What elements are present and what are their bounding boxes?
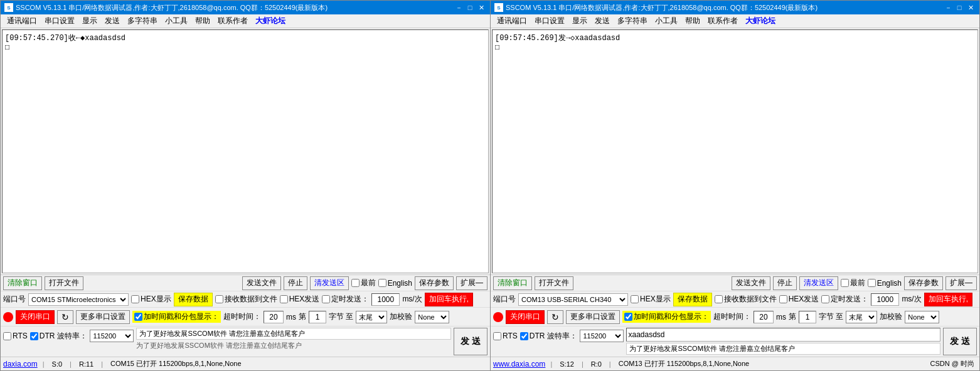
minimize-button-2[interactable]: － [943,3,953,12]
menu-comm-port-2[interactable]: 通讯端口 [493,14,531,28]
save-params-button-2[interactable]: 保存参数 [904,276,943,290]
send-button-1[interactable]: 发 送 [454,328,487,355]
menu-comm-port-1[interactable]: 通讯端口 [3,14,41,28]
rts-checkbox-2[interactable] [493,332,501,340]
add-crlf-button-1[interactable]: 加回车执行, [425,293,473,306]
timestamp-checkbox-1[interactable] [134,313,142,321]
expand-button-2[interactable]: 扩展— [945,276,977,290]
recv-to-file-checkbox-2[interactable] [715,295,723,303]
stop-button-2[interactable]: 停止 [773,276,797,290]
menu-forum-1[interactable]: 大虾论坛 [252,14,289,28]
hex-display-check-1[interactable]: HEX显示 [131,294,171,305]
open-file-button-1[interactable]: 打开文件 [45,276,83,290]
receive-area-1[interactable]: [09:57:45.270]收←◆xaadasdsd □ [2,29,489,273]
menu-send-2[interactable]: 发送 [591,14,614,28]
most-front-check-1[interactable]: 最前 [351,278,376,288]
english-checkbox-1[interactable] [378,279,386,287]
most-front-checkbox-1[interactable] [351,279,360,287]
clear-window-button-2[interactable]: 清除窗口 [493,276,532,290]
send-input-2[interactable] [626,328,940,342]
refresh-button-1[interactable]: ↻ [57,310,73,324]
hex-send-check-1[interactable]: HEX发送 [280,294,320,305]
clear-send-area-button-1[interactable]: 清发送区 [310,276,349,290]
hex-display-check-2[interactable]: HEX显示 [631,294,671,305]
most-front-checkbox-2[interactable] [841,279,849,287]
baud-select-2[interactable]: 115200 [580,330,624,342]
dtr-checkbox-1[interactable] [30,332,38,340]
close-port-button-1[interactable]: 关闭串口 [16,310,55,324]
close-button-2[interactable]: ✕ [966,3,976,12]
english-checkbox-2[interactable] [868,279,876,287]
refresh-button-2[interactable]: ↻ [547,310,563,324]
save-data-button-2[interactable]: 保存数据 [673,293,712,306]
close-port-button-2[interactable]: 关闭串口 [506,310,545,324]
clear-window-button-1[interactable]: 清除窗口 [3,276,42,290]
timed-send-check-2[interactable]: 定时发送： [821,294,868,305]
english-check-1[interactable]: English [378,279,412,288]
dtr-check-1[interactable]: DTR [30,332,55,340]
interval-input-2[interactable] [871,293,899,306]
port-select-2[interactable]: COM13 USB-SERIAL CH340 [518,293,628,306]
byte-num-input-2[interactable] [799,311,816,323]
send-button-2[interactable]: 发 送 [943,328,977,355]
stop-button-1[interactable]: 停止 [284,276,307,290]
timestamp-check-1[interactable]: 加时间戳和分包显示： [132,311,221,323]
send-file-button-1[interactable]: 发送文件 [242,276,281,290]
close-button-1[interactable]: ✕ [476,3,486,12]
minimize-button-1[interactable]: － [454,3,464,12]
recv-to-file-check-2[interactable]: 接收数据到文件 [715,294,777,305]
timed-send-check-1[interactable]: 定时发送： [322,294,369,305]
more-ports-button-2[interactable]: 更多串口设置 [566,310,620,324]
menu-port-settings-2[interactable]: 串口设置 [531,14,568,28]
menu-display-1[interactable]: 显示 [78,14,101,28]
timeout-input-2[interactable] [754,311,774,323]
menu-multistr-2[interactable]: 多字符串 [614,14,651,28]
menu-help-2[interactable]: 帮助 [681,14,704,28]
website-link-1[interactable]: daxia.com [3,360,38,368]
menu-multistr-1[interactable]: 多字符串 [124,14,161,28]
send-file-button-2[interactable]: 发送文件 [732,276,770,290]
menu-forum-2[interactable]: 大虾论坛 [742,14,779,28]
end-select-2[interactable]: 末尾 [846,311,877,323]
byte-num-input-1[interactable] [309,311,326,323]
rts-check-1[interactable]: RTS [3,332,28,340]
menu-help-1[interactable]: 帮助 [191,14,214,28]
menu-contact-1[interactable]: 联系作者 [214,14,252,28]
clear-send-area-button-2[interactable]: 清发送区 [799,276,838,290]
hex-send-check-2[interactable]: HEX发送 [779,294,819,305]
timed-send-checkbox-2[interactable] [821,295,829,303]
menu-send-1[interactable]: 发送 [101,14,124,28]
rts-check-2[interactable]: RTS [493,332,518,340]
save-data-button-1[interactable]: 保存数据 [174,293,213,306]
dtr-check-2[interactable]: DTR [520,332,545,340]
menu-display-2[interactable]: 显示 [568,14,591,28]
hex-display-checkbox-2[interactable] [631,295,639,303]
baud-select-1[interactable]: 115200 [90,330,134,342]
hex-display-checkbox-1[interactable] [131,295,139,303]
port-select-1[interactable]: COM15 STMicroelectronics S [28,293,129,306]
expand-button-1[interactable]: 扩展— [456,276,487,290]
receive-area-2[interactable]: [09:57:45.269]发→◇xaadasdasd □ [492,29,978,273]
hex-send-checkbox-1[interactable] [280,295,288,303]
interval-input-1[interactable] [371,293,400,306]
menu-tools-1[interactable]: 小工具 [161,14,191,28]
hex-send-checkbox-2[interactable] [779,295,787,303]
menu-port-settings-1[interactable]: 串口设置 [41,14,78,28]
website-link-2[interactable]: www.daxia.com [493,360,545,368]
more-ports-button-1[interactable]: 更多串口设置 [76,310,130,324]
recv-to-file-check-1[interactable]: 接收数据到文件 [215,294,277,305]
timestamp-check-2[interactable]: 加时间戳和分包显示： [622,311,711,323]
most-front-check-2[interactable]: 最前 [841,278,865,288]
save-params-button-1[interactable]: 保存参数 [415,276,454,290]
end-select-1[interactable]: 末尾 [356,311,387,323]
rts-checkbox-1[interactable] [3,332,11,340]
timeout-input-1[interactable] [264,311,284,323]
menu-tools-2[interactable]: 小工具 [651,14,681,28]
english-check-2[interactable]: English [868,279,902,288]
add-crlf-button-2[interactable]: 加回车执行, [924,293,972,306]
checksum-select-2[interactable]: None [905,311,939,323]
dtr-checkbox-2[interactable] [520,332,528,340]
menu-contact-2[interactable]: 联系作者 [704,14,742,28]
timestamp-checkbox-2[interactable] [624,313,632,321]
maximize-button-1[interactable]: □ [465,3,475,12]
